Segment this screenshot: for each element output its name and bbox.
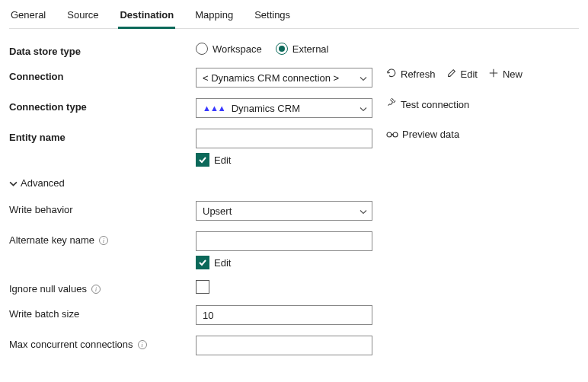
chevron-down-icon — [9, 177, 18, 189]
max-concurrent-connections-input[interactable] — [196, 336, 372, 355]
info-icon[interactable]: i — [91, 285, 101, 294]
write-behavior-label: Write behavior — [9, 201, 196, 215]
refresh-button[interactable]: Refresh — [386, 68, 436, 81]
info-icon[interactable]: i — [138, 340, 147, 349]
connection-label: Connection — [9, 68, 196, 82]
write-behavior-value: Upsert — [203, 205, 232, 217]
check-icon — [198, 155, 207, 164]
refresh-icon — [386, 68, 397, 81]
test-connection-button[interactable]: Test connection — [386, 98, 469, 111]
tab-general[interactable]: General — [9, 6, 47, 29]
tab-settings[interactable]: Settings — [253, 6, 292, 29]
new-label: New — [503, 68, 522, 80]
tab-bar: General Source Destination Mapping Setti… — [9, 6, 579, 29]
entity-name-edit-label: Edit — [214, 154, 231, 166]
ignore-null-values-label: Ignore null values i — [9, 280, 196, 294]
alternate-key-edit-checkbox[interactable] — [196, 256, 209, 269]
data-store-type-label: Data store type — [9, 43, 196, 57]
chevron-down-icon — [360, 205, 367, 217]
entity-name-edit-checkbox[interactable] — [196, 153, 209, 167]
info-icon[interactable]: i — [99, 236, 108, 245]
write-batch-size-label: Write batch size — [9, 305, 196, 320]
entity-name-label: Entity name — [9, 129, 196, 143]
entity-name-input[interactable] — [196, 129, 372, 148]
tab-mapping[interactable]: Mapping — [193, 6, 235, 29]
connection-value: < Dynamics CRM connection > — [203, 72, 339, 84]
test-connection-label: Test connection — [401, 99, 469, 110]
glasses-icon — [386, 129, 398, 140]
refresh-label: Refresh — [401, 68, 436, 80]
radio-label: Workspace — [213, 43, 262, 55]
edit-button[interactable]: Edit — [446, 68, 478, 81]
preview-data-label: Preview data — [402, 129, 459, 140]
tab-destination[interactable]: Destination — [118, 6, 175, 29]
chevron-down-icon — [360, 103, 367, 114]
ignore-null-values-checkbox[interactable] — [196, 280, 209, 294]
new-button[interactable]: New — [488, 68, 522, 81]
svg-point-0 — [387, 132, 391, 137]
alternate-key-name-label: Alternate key name i — [9, 231, 196, 246]
data-store-type-workspace-radio[interactable]: Workspace — [196, 43, 262, 55]
pencil-icon — [446, 68, 457, 81]
connection-type-value: Dynamics CRM — [232, 103, 300, 114]
check-icon — [198, 258, 207, 267]
plus-icon — [488, 68, 499, 81]
tab-source[interactable]: Source — [66, 6, 100, 29]
advanced-label: Advanced — [21, 177, 65, 189]
data-store-type-external-radio[interactable]: External — [276, 43, 329, 55]
write-batch-size-input[interactable]: 10 — [196, 305, 372, 325]
connection-type-select[interactable]: ▲▲▲ Dynamics CRM — [196, 98, 372, 118]
write-behavior-select[interactable]: Upsert — [196, 201, 372, 221]
radio-circle-icon — [196, 43, 208, 55]
alternate-key-edit-label: Edit — [214, 257, 231, 269]
connection-type-label: Connection type — [9, 98, 196, 113]
radio-label: External — [292, 43, 329, 55]
preview-data-button[interactable]: Preview data — [386, 129, 459, 140]
alternate-key-name-input[interactable] — [196, 231, 372, 251]
advanced-toggle[interactable]: Advanced — [9, 177, 579, 189]
svg-point-1 — [393, 132, 398, 137]
dynamics-crm-icon: ▲▲▲ — [203, 103, 225, 113]
plug-icon — [386, 98, 397, 111]
write-batch-size-value: 10 — [203, 310, 213, 321]
radio-circle-icon — [276, 43, 288, 55]
chevron-down-icon — [360, 72, 367, 84]
edit-label: Edit — [461, 68, 478, 80]
max-concurrent-connections-label: Max concurrent connections i — [9, 336, 196, 350]
connection-select[interactable]: < Dynamics CRM connection > — [196, 68, 372, 88]
